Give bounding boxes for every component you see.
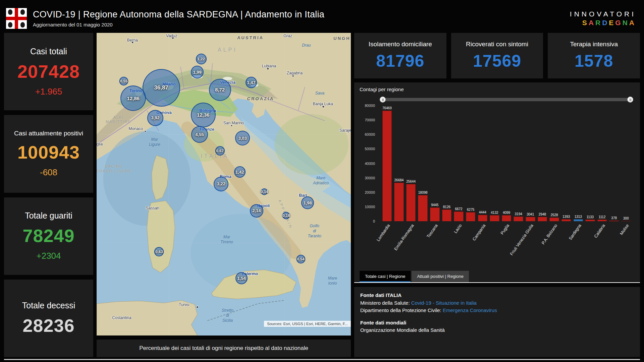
bar-lazio[interactable]: [454, 212, 464, 221]
bubble-value: 1,98: [303, 200, 312, 205]
range-slider-track[interactable]: [381, 98, 632, 101]
map-bubble-12-86[interactable]: 12,86: [120, 85, 146, 111]
header: COVID-19 | Regione Autonoma della SARDEG…: [4, 4, 640, 33]
map-bubble-0-14[interactable]: 0,14: [261, 188, 268, 195]
sardegna-flag-logo: [6, 8, 27, 29]
range-slider-handle-left[interactable]: [380, 97, 386, 103]
map-bubble-36-87[interactable]: 36,87: [143, 69, 180, 107]
map-bubble-3-92[interactable]: 3,92: [147, 110, 163, 126]
map-bubble-0-54[interactable]: 0,54: [297, 255, 305, 263]
kpi-label: Casi attualmente positivi: [14, 130, 83, 137]
bar-marche[interactable]: [466, 212, 476, 221]
tab-totale-casi-regione[interactable]: Totale casi | Regione: [360, 271, 411, 282]
bar-slot: 25644: [405, 106, 417, 221]
x-slot: Molise: [620, 221, 632, 266]
tab-attuali-positivi-regione[interactable]: Attuali positivi | Regione: [412, 271, 469, 282]
map-bubble-2-14[interactable]: 2,14: [250, 204, 263, 218]
map-bubble-3-03[interactable]: 3,03: [235, 131, 250, 145]
bar-p-a-bolzano[interactable]: [549, 218, 559, 221]
dashboard: COVID-19 | Regione Autonoma della SARDEG…: [0, 0, 644, 362]
bar-piemonte[interactable]: [394, 183, 404, 221]
bar-abruzzo[interactable]: [538, 217, 547, 221]
brand-letter: E: [609, 19, 615, 26]
bar-value-label: 6672: [455, 207, 462, 211]
brand-letter: N: [623, 19, 629, 26]
map-caption: Percentuale dei casi totali di ogni regi…: [97, 340, 351, 357]
bar-slot: 18098: [417, 106, 429, 221]
bar-value-label: 4099: [503, 211, 510, 215]
map-bubble-0-63[interactable]: 0,63: [154, 247, 164, 256]
x-label-puglia: Puglia: [500, 223, 510, 235]
bubble-value: 12,36: [197, 112, 210, 118]
x-slot: [441, 221, 453, 266]
bar-chart-plot: 0100002000030000400005000060000700008000…: [360, 106, 632, 221]
bar-toscana[interactable]: [430, 207, 440, 221]
kpi-card-totale-decessi: Totale decessi28236: [4, 280, 93, 357]
map-bubble-1-99[interactable]: 1,99: [191, 66, 204, 78]
bar-friuli-venezia-giulia[interactable]: [526, 217, 535, 221]
bar-slot: 9445: [429, 106, 441, 221]
map-bubble-8-72[interactable]: 8,72: [209, 79, 231, 101]
map-bubble-0-67[interactable]: 0,67: [215, 146, 225, 156]
kpi-value: 78249: [22, 225, 74, 246]
bar-puglia[interactable]: [502, 215, 512, 221]
map-bubble-1-22[interactable]: 1,22: [196, 54, 207, 64]
x-slot: [465, 221, 477, 266]
update-date: Aggiornamento del 01 maggio 2020: [33, 22, 564, 27]
bubble-value: 0,18: [282, 214, 290, 218]
link-emergenza-coronavirus[interactable]: Emergenza Coronavirus: [443, 307, 497, 313]
italy-bubble-map[interactable]: BernaVaduzAUSTRIAGrazUNGHDrauALPILubiana…: [97, 33, 351, 336]
bar-sicilia[interactable]: [514, 217, 523, 221]
map-bubble-12-36[interactable]: 12,36: [191, 103, 216, 127]
bar-slot: 1313: [572, 106, 584, 221]
x-axis-labels: LombardiaEmilia-RomagnaToscanaLazioCampa…: [381, 221, 632, 266]
x-slot: Friuli Venezia Giulia: [525, 221, 537, 266]
brand-line-innovatori: INNOVATORI: [570, 10, 636, 18]
bar-emilia-romagna[interactable]: [406, 184, 416, 221]
x-slot: [608, 221, 620, 266]
map-bubble-0-18[interactable]: 0,18: [282, 212, 290, 219]
bar-p-a-trento[interactable]: [490, 215, 499, 221]
bar-slot: 6275: [465, 106, 477, 221]
bar-value-label: 4132: [491, 211, 498, 215]
bubble-value: 1,42: [235, 170, 244, 175]
bar-value-label: 378: [611, 216, 617, 220]
bar-value-label: 2528: [550, 213, 558, 217]
bubble-value: 36,87: [154, 84, 168, 91]
bars-container: 7646926684256441809894458126667262754444…: [381, 106, 632, 221]
map-bubble-1-98[interactable]: 1,98: [301, 196, 314, 209]
bar-value-label: 1112: [599, 215, 606, 219]
x-slot: Lombardia: [381, 221, 393, 266]
bar-slot: 2528: [548, 106, 560, 221]
x-slot: Campania: [477, 221, 489, 266]
map-bubble-1-42[interactable]: 1,42: [234, 166, 246, 178]
protezione-civile-label: Dipartimento della Protezione Civile:: [360, 307, 443, 313]
range-slider-handle-right[interactable]: [627, 97, 633, 103]
bar-liguria[interactable]: [442, 209, 452, 221]
brand-letter: S: [582, 19, 589, 26]
bar-value-label: 300: [623, 217, 629, 220]
y-tick-10000: 10000: [365, 205, 375, 209]
bar-value-label: 76469: [382, 106, 392, 110]
bottom-divider: [4, 359, 640, 360]
bubble-value: 12,86: [127, 96, 140, 101]
map-bubble-0-55[interactable]: 0,55: [119, 77, 128, 85]
y-tick-30000: 30000: [365, 176, 375, 180]
map-bubble-1-54[interactable]: 1,54: [235, 272, 248, 284]
range-slider[interactable]: [381, 96, 632, 103]
x-slot: Lazio: [453, 221, 465, 266]
map-bubble-3-22[interactable]: 3,22: [214, 177, 228, 191]
bar-lombardia[interactable]: [382, 111, 392, 221]
bar-slot: 3194: [513, 106, 525, 221]
map-bubble-1-47[interactable]: 1,47: [246, 77, 257, 88]
bar-campania[interactable]: [478, 215, 488, 221]
bar-value-label: 8126: [443, 205, 450, 209]
bar-value-label: 1133: [587, 215, 594, 219]
bar-slot: 3041: [525, 106, 537, 221]
kpi-value: 17569: [473, 51, 521, 71]
region-bar-chart-panel: Contagi per regione 01000020000300004000…: [354, 82, 640, 283]
bar-veneto[interactable]: [418, 195, 428, 221]
bubble-value: 1,99: [193, 70, 202, 75]
map-bubble-4-55[interactable]: 4,55: [191, 126, 208, 143]
link-situazione-italia[interactable]: Covid-19 - Situazione in Italia: [411, 300, 477, 306]
